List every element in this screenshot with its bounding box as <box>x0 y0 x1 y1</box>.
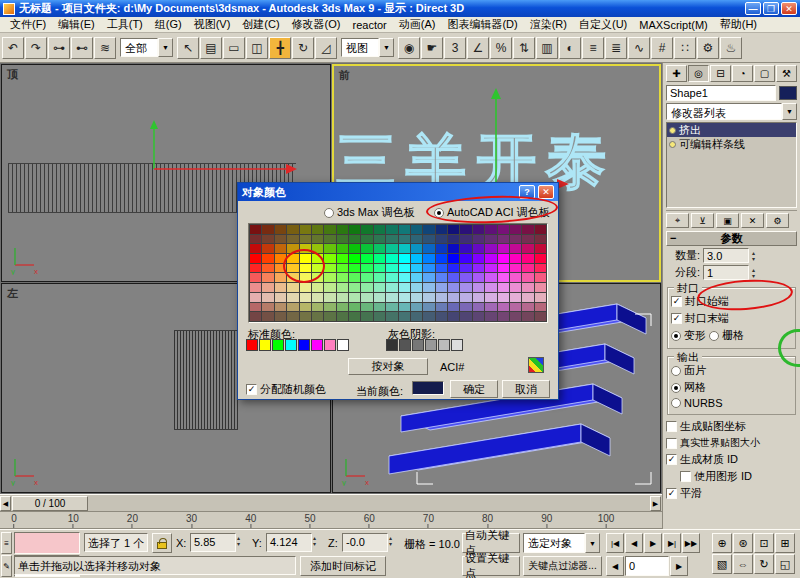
palette-color-cell[interactable] <box>423 244 434 253</box>
cap-end-checkbox[interactable] <box>671 313 682 324</box>
palette-color-cell[interactable] <box>275 273 286 282</box>
palette-color-cell[interactable] <box>374 225 385 234</box>
palette-color-cell[interactable] <box>287 235 298 244</box>
palette-color-cell[interactable] <box>522 273 533 282</box>
palette-color-cell[interactable] <box>250 254 261 263</box>
palette-color-cell[interactable] <box>324 303 335 312</box>
palette-color-cell[interactable] <box>361 283 372 292</box>
modifier-list-dropdown[interactable]: 修改器列表 <box>666 103 797 120</box>
configure-modifier-sets-icon[interactable]: ⚙ <box>766 213 789 228</box>
gray-shade-swatch[interactable] <box>438 339 450 351</box>
timeline-ruler[interactable]: 0102030405060708090100 <box>0 512 662 529</box>
palette-color-cell[interactable] <box>250 312 261 321</box>
palette-color-cell[interactable] <box>324 254 335 263</box>
palette-acad-option[interactable]: AutoCAD ACI 调色板 <box>434 205 550 220</box>
palette-color-cell[interactable] <box>460 235 471 244</box>
amount-spinner[interactable] <box>752 250 762 262</box>
palette-color-cell[interactable] <box>287 312 298 321</box>
time-slider-left-arrow[interactable]: ◀ <box>0 496 11 511</box>
smooth-checkbox[interactable] <box>666 488 677 499</box>
select-and-move-icon[interactable]: ╋ <box>269 37 291 59</box>
palette-color-cell[interactable] <box>337 235 348 244</box>
palette-color-cell[interactable] <box>262 283 273 292</box>
zoom-extents-icon[interactable]: ⊡ <box>754 533 774 553</box>
palette-color-cell[interactable] <box>374 283 385 292</box>
named-selection-sets-icon[interactable]: ▥ <box>536 37 558 59</box>
dialog-close-button[interactable]: ✕ <box>538 185 554 199</box>
palette-color-cell[interactable] <box>510 312 521 321</box>
palette-color-cell[interactable] <box>250 264 261 273</box>
palette-color-cell[interactable] <box>250 244 261 253</box>
palette-color-cell[interactable] <box>423 225 434 234</box>
palette-color-cell[interactable] <box>485 283 496 292</box>
palette-color-cell[interactable] <box>411 293 422 302</box>
palette-color-cell[interactable] <box>522 254 533 263</box>
palette-color-cell[interactable] <box>312 273 323 282</box>
palette-color-cell[interactable] <box>324 264 335 273</box>
palette-color-cell[interactable] <box>324 235 335 244</box>
object-color-swatch[interactable] <box>779 86 797 100</box>
dialog-title-bar[interactable]: 对象颜色 ? ✕ <box>238 183 558 201</box>
palette-color-cell[interactable] <box>399 273 410 282</box>
palette-color-cell[interactable] <box>399 225 410 234</box>
palette-color-cell[interactable] <box>485 244 496 253</box>
palette-color-cell[interactable] <box>275 264 286 273</box>
palette-color-cell[interactable] <box>522 283 533 292</box>
palette-color-cell[interactable] <box>262 235 273 244</box>
window-crossing-icon[interactable]: ◫ <box>246 37 268 59</box>
palette-acad-radio[interactable] <box>434 208 444 218</box>
palette-color-cell[interactable] <box>337 264 348 273</box>
zoom-all-icon[interactable]: ⊛ <box>733 533 753 553</box>
palette-color-cell[interactable] <box>498 235 509 244</box>
maximize-button[interactable]: ❐ <box>763 2 779 15</box>
palette-color-cell[interactable] <box>510 293 521 302</box>
selection-filter-dropdown[interactable]: 全部 <box>120 38 173 57</box>
material-editor-icon[interactable]: ∷ <box>674 37 696 59</box>
next-frame-icon[interactable]: ▶| <box>663 533 681 553</box>
utilities-tab[interactable]: ⚒ <box>776 65 797 82</box>
palette-color-cell[interactable] <box>411 235 422 244</box>
palette-color-cell[interactable] <box>386 273 397 282</box>
palette-color-cell[interactable] <box>473 283 484 292</box>
palette-color-cell[interactable] <box>250 293 261 302</box>
palette-color-cell[interactable] <box>436 283 447 292</box>
palette-color-cell[interactable] <box>349 225 360 234</box>
key-filters-button[interactable]: 关键点过滤器... <box>523 556 602 576</box>
palette-color-cell[interactable] <box>374 244 385 253</box>
make-unique-icon[interactable]: ▣ <box>716 213 739 228</box>
mesh-radio[interactable] <box>671 383 681 393</box>
ok-button[interactable]: 确定 <box>450 380 498 398</box>
palette-color-cell[interactable] <box>485 293 496 302</box>
select-by-name-icon[interactable]: ▤ <box>200 37 222 59</box>
palette-color-cell[interactable] <box>473 273 484 282</box>
palette-color-cell[interactable] <box>337 244 348 253</box>
maxscript-listener-icon[interactable]: ≡ <box>1 532 12 554</box>
palette-color-cell[interactable] <box>275 225 286 234</box>
undo-icon[interactable]: ↶ <box>2 37 24 59</box>
palette-color-cell[interactable] <box>473 244 484 253</box>
generate-material-id-checkbox[interactable] <box>666 454 677 465</box>
palette-color-cell[interactable] <box>262 254 273 263</box>
palette-color-cell[interactable] <box>411 303 422 312</box>
patch-radio[interactable] <box>671 366 681 376</box>
palette-color-cell[interactable] <box>423 303 434 312</box>
select-object-icon[interactable]: ↖ <box>177 37 199 59</box>
palette-color-cell[interactable] <box>287 293 298 302</box>
palette-color-cell[interactable] <box>485 312 496 321</box>
palette-color-cell[interactable] <box>287 303 298 312</box>
palette-color-cell[interactable] <box>498 293 509 302</box>
previous-frame-icon[interactable]: ◀ <box>625 533 643 553</box>
palette-color-cell[interactable] <box>250 235 261 244</box>
palette-color-cell[interactable] <box>498 254 509 263</box>
palette-color-cell[interactable] <box>436 312 447 321</box>
palette-color-cell[interactable] <box>436 254 447 263</box>
palette-color-cell[interactable] <box>448 244 459 253</box>
frame-forward-icon[interactable]: ▶ <box>670 556 688 576</box>
palette-color-cell[interactable] <box>337 283 348 292</box>
palette-color-cell[interactable] <box>324 283 335 292</box>
palette-color-cell[interactable] <box>361 254 372 263</box>
mirror-icon[interactable]: ◐ <box>559 37 581 59</box>
assign-random-checkbox[interactable] <box>246 384 257 395</box>
palette-color-cell[interactable] <box>287 254 298 263</box>
palette-color-cell[interactable] <box>300 293 311 302</box>
